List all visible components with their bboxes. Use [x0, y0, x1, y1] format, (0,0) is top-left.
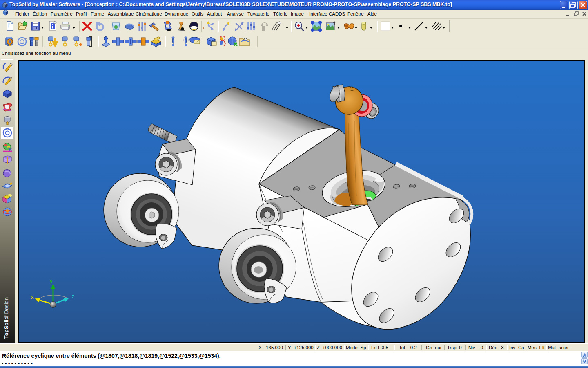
svg-text:z: z [72, 293, 75, 299]
svg-text:y: y [50, 278, 53, 284]
svg-text:o: o [203, 26, 205, 30]
svg-text:x: x [31, 294, 34, 300]
